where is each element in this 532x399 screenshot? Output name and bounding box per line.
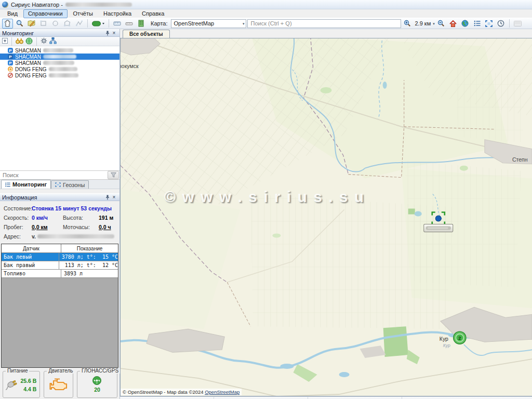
world-view-button[interactable] (460, 19, 471, 29)
sensor-row[interactable]: Топливо 3893 л (2, 270, 118, 278)
draw-polygon-button[interactable] (62, 19, 73, 29)
find-object-button[interactable] (16, 38, 23, 45)
sensor-row[interactable]: Бак правый 113 л; t°: 12 °C (2, 261, 118, 270)
sensor-value: 113 л; t°: 12 °C (59, 261, 118, 269)
scale-dropdown-icon[interactable]: ▾ (433, 22, 435, 25)
show-on-map-button[interactable] (25, 37, 33, 46)
info-panel-header: Информация × (0, 193, 119, 201)
green-globe-icon (25, 37, 33, 45)
power-groupbox: Питание 25.6 В 4.4 В (3, 371, 40, 398)
fit-selection-button[interactable] (484, 19, 495, 29)
sensor-table: Датчик Показание Бак левый 3780 л; t°: 1… (1, 244, 118, 368)
cluster-marker[interactable]: 2 (454, 331, 466, 344)
pin-icon (105, 195, 110, 200)
address-redacted (37, 234, 114, 238)
vehicle-row[interactable]: DONG FENG (0, 72, 119, 78)
parking-status-icon: P (8, 54, 13, 59)
cluster-count: 2 (458, 336, 461, 341)
window-titlebar: Сириус Навигатор - (0, 0, 532, 9)
edit-map-button[interactable] (26, 19, 37, 29)
mileage-label: Пробег: (4, 224, 32, 230)
vehicle-row-selected[interactable]: P SHACMAN (0, 54, 119, 60)
vehicle-name: SHACMAN (15, 60, 41, 66)
mileage-value: 0,0 км (32, 224, 63, 230)
measure-area-button[interactable] (124, 19, 135, 29)
menu-help[interactable]: Справка (137, 9, 169, 18)
map-tab-label: Все объекты (129, 31, 163, 37)
filter-button[interactable] (108, 171, 119, 179)
altitude-value: 191 м (93, 215, 117, 221)
tree-grouping-button[interactable] (49, 37, 57, 45)
town-label-right: Степн (512, 157, 528, 163)
info-panel-title: Информация (2, 194, 104, 201)
pin-panel-button[interactable] (104, 30, 111, 36)
vehicle-row[interactable]: DONG FENG (0, 66, 119, 72)
state-value: Стоянка 15 минут 53 секунды (32, 205, 117, 211)
menu-reports[interactable]: Отчёты (69, 9, 98, 18)
sensor-row-selected[interactable]: Бак левый 3780 л; t°: 15 °C (2, 253, 118, 261)
sidebar-tabs: Мониторинг Геозоны (0, 180, 119, 189)
menu-directories[interactable]: Справочники (23, 9, 68, 18)
objects-catalog-button[interactable] (136, 19, 147, 29)
map-tab-all-objects[interactable]: Все объекты (123, 30, 170, 38)
extra-tool-button[interactable] (512, 19, 523, 29)
tree-search-input[interactable]: Поиск (0, 172, 108, 178)
address-value: v. (32, 233, 117, 240)
fit-bounds-icon (485, 20, 493, 27)
power-label: Питание (6, 368, 29, 374)
sidebar: Мониторинг × (0, 29, 120, 399)
close-panel-button[interactable]: × (111, 194, 117, 201)
map-canvas[interactable]: нокумск Степн Кур Кур 2 (120, 38, 532, 396)
status-separator (402, 397, 402, 399)
app-icon (2, 2, 8, 8)
river-label-bottom: Кур (443, 343, 450, 348)
tree-settings-button[interactable] (41, 37, 47, 45)
home-view-button[interactable] (448, 19, 459, 29)
draw-polyline-button[interactable] (74, 19, 85, 29)
pin-panel-button[interactable] (104, 194, 111, 201)
sensor-name: Топливо (2, 270, 61, 277)
address-label: Адрес: (4, 233, 32, 240)
polygon-shape-icon (64, 20, 71, 26)
menu-view[interactable]: Вид (3, 9, 22, 18)
hours-value: 0,0 ч (93, 224, 117, 230)
stale-data-status-icon (8, 66, 13, 72)
attribution-link[interactable]: OpenStreetMap (205, 389, 240, 395)
binoculars-icon (16, 38, 23, 44)
vehicle-marker-label (424, 224, 453, 232)
draw-rect-button[interactable] (38, 19, 49, 29)
pan-tool-button[interactable] (2, 19, 13, 29)
funnel-icon (111, 172, 116, 178)
sensor-name: Бак правый (2, 261, 59, 269)
window-title: Сириус Навигатор - (11, 2, 63, 8)
zoom-in-button[interactable] (402, 19, 413, 29)
measure-distance-button[interactable] (112, 19, 123, 29)
draw-circle-button[interactable] (50, 19, 61, 29)
engine-label: Двигатель (47, 368, 74, 374)
parking-status-icon: P (8, 60, 13, 65)
map-source-select[interactable]: OpenStreetMap ▾ (171, 19, 246, 28)
monitoring-tab-icon (5, 182, 10, 187)
zoom-out-button[interactable] (436, 19, 447, 29)
clock-icon (497, 20, 504, 27)
menu-settings[interactable]: Настройка (99, 9, 136, 18)
vehicle-row[interactable]: P SHACMAN (0, 47, 119, 54)
map-scale-value: 2.9 км (414, 20, 432, 26)
vehicle-row[interactable]: P SHACMAN (0, 60, 119, 66)
legend-list-button[interactable] (472, 19, 483, 29)
expand-all-button[interactable] (2, 38, 8, 45)
track-layer-button[interactable] (90, 19, 106, 29)
close-panel-button[interactable]: × (111, 30, 117, 36)
map-edit-icon (28, 20, 35, 27)
global-search-input[interactable]: Поиск (Ctrl + Q) (247, 19, 401, 28)
zoom-tool-button[interactable] (14, 19, 25, 29)
info-grid: Состояние: Стоянка 15 минут 53 секунды С… (0, 201, 119, 243)
chevron-down-icon: ▾ (243, 22, 245, 25)
speed-label: Скорость: (4, 215, 32, 221)
tab-monitoring[interactable]: Мониторинг (1, 180, 51, 189)
tab-geozones[interactable]: Геозоны (51, 180, 89, 189)
menu-bar: Вид Справочники Отчёты Настройка Справка (0, 9, 532, 18)
vehicle-name: SHACMAN (15, 54, 41, 60)
attribution-text: © OpenStreetMap - Map data ©2024 (123, 389, 205, 395)
history-time-button[interactable] (496, 19, 507, 29)
